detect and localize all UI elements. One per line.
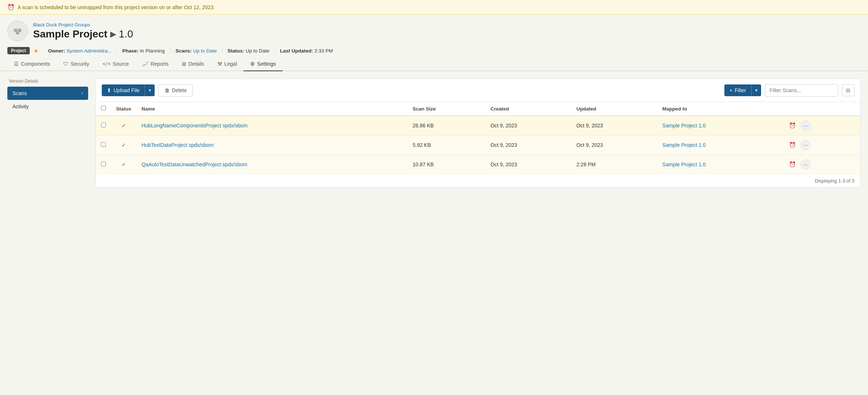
components-icon: ☰	[14, 61, 19, 67]
row-updated: 2:28 PM	[571, 155, 657, 174]
upload-file-group: ⬆ Upload File ▾	[102, 84, 155, 96]
row-scan-size: 5.92 KB	[407, 135, 485, 155]
sidebar-section-title: Version Details	[7, 79, 88, 84]
delete-icon: 🗑	[165, 87, 170, 93]
row-mapped-to: Sample Project 1.0	[657, 135, 782, 155]
row-checkbox-0[interactable]	[101, 123, 106, 127]
scan-name-link[interactable]: HubTestDataProject spdx/sbom	[141, 142, 213, 148]
scan-name-link[interactable]: HubLongNameComponentsProject spdx/sbom	[141, 123, 248, 128]
row-checkbox-cell	[96, 155, 111, 174]
col-created: Created	[485, 102, 571, 116]
row-status: ✓	[111, 135, 136, 155]
security-icon: 🛡	[63, 61, 68, 67]
banner-message: A scan is scheduled to be unmapped from …	[18, 4, 215, 10]
row-created: Oct 9, 2023	[485, 116, 571, 135]
tab-reports[interactable]: 📈 Reports	[136, 57, 175, 71]
delete-button[interactable]: 🗑 Delete	[158, 84, 193, 97]
breadcrumb[interactable]: Black Duck Project Groups	[33, 22, 133, 28]
chevron-down-icon: ▾	[149, 88, 151, 93]
row-scan-size: 26.86 KB	[407, 116, 485, 135]
project-avatar	[7, 21, 28, 41]
settings-icon: ⚙	[250, 61, 255, 67]
filter-scans-input[interactable]	[765, 84, 838, 97]
version-number: 1.0	[119, 28, 133, 40]
owner-field: Owner: System Administra...	[43, 48, 117, 54]
row-mapped-to: Sample Project 1.0	[657, 116, 782, 135]
row-actions-cell: ⏰ ···	[782, 116, 860, 135]
row-actions-cell: ⏰ ···	[782, 155, 860, 174]
phase-field: Phase: In Planning	[117, 48, 170, 54]
chevron-right-icon: ›	[82, 91, 83, 96]
scans-table: Status Name Scan Size Created Updated Ma…	[96, 102, 860, 174]
details-icon: ⊞	[182, 61, 186, 67]
phase-value: In Planning	[140, 48, 165, 54]
meta-bar: Project ★ Owner: System Administra... Ph…	[7, 44, 861, 57]
row-checkbox-cell	[96, 116, 111, 135]
row-actions-cell: ⏰ ···	[782, 135, 860, 155]
last-updated-field: Last Updated: 2:33 PM	[275, 48, 338, 54]
mapped-to-link[interactable]: Sample Project 1.0	[662, 162, 706, 167]
more-actions-button[interactable]: ···	[800, 140, 811, 150]
row-checkbox-2[interactable]	[101, 162, 106, 166]
row-status: ✓	[111, 155, 136, 174]
filter-chevron-icon: ▾	[755, 88, 757, 93]
upload-icon: ⬆	[107, 87, 111, 93]
favorite-star[interactable]: ★	[33, 47, 39, 54]
filter-settings-icon: ⊟	[846, 87, 850, 93]
row-name: QaAutoTestDataUnwatchedProject spdx/sbom	[136, 155, 407, 174]
title-arrow: ▶	[110, 30, 116, 39]
tab-bar: ☰ Components 🛡 Security </> Source 📈 Rep…	[0, 57, 868, 71]
upload-dropdown-button[interactable]: ▾	[145, 84, 155, 96]
mapped-to-link[interactable]: Sample Project 1.0	[662, 123, 706, 128]
more-actions-button[interactable]: ···	[800, 159, 811, 170]
alarm-action-button[interactable]: ⏰	[788, 141, 797, 149]
alarm-action-button[interactable]: ⏰	[788, 160, 797, 168]
row-name: HubTestDataProject spdx/sbom	[136, 135, 407, 155]
filter-settings-button[interactable]: ⊟	[842, 84, 854, 96]
svg-rect-2	[16, 31, 19, 35]
alarm-icon: ⏰	[7, 4, 15, 11]
tab-details[interactable]: ⊞ Details	[175, 57, 211, 71]
owner-link[interactable]: System Administra...	[66, 48, 112, 54]
select-all-checkbox[interactable]	[101, 106, 106, 110]
project-title: Sample Project ▶ 1.0	[33, 28, 133, 40]
col-name: Name	[136, 102, 407, 116]
filter-plus-icon: +	[730, 87, 732, 93]
col-scan-size: Scan Size	[407, 102, 485, 116]
scans-status-link[interactable]: Up to Date	[193, 48, 217, 54]
row-checkbox-1[interactable]	[101, 142, 106, 147]
project-name: Sample Project	[33, 28, 107, 40]
alarm-action-button[interactable]: ⏰	[788, 122, 797, 130]
filter-button[interactable]: + Filter	[724, 84, 751, 96]
page-header: Black Duck Project Groups Sample Project…	[0, 15, 868, 57]
table-row: ✓ HubTestDataProject spdx/sbom 5.92 KB O…	[96, 135, 860, 155]
more-actions-button[interactable]: ···	[800, 120, 811, 131]
sidebar-item-scans[interactable]: Scans ›	[7, 87, 88, 100]
upload-file-button[interactable]: ⬆ Upload File	[102, 84, 145, 96]
row-name: HubLongNameComponentsProject spdx/sbom	[136, 116, 407, 135]
filter-dropdown-button[interactable]: ▾	[751, 84, 761, 96]
row-updated: Oct 9, 2023	[571, 116, 657, 135]
row-mapped-to: Sample Project 1.0	[657, 155, 782, 174]
sidebar-activity-label: Activity	[12, 104, 29, 109]
table-row: ✓ HubLongNameComponentsProject spdx/sbom…	[96, 116, 860, 135]
tab-security[interactable]: 🛡 Security	[57, 57, 96, 71]
row-checkbox-cell	[96, 135, 111, 155]
status-check-icon: ✓	[122, 123, 126, 128]
tab-legal[interactable]: ⚒ Legal	[211, 57, 244, 71]
status-check-icon: ✓	[122, 142, 126, 148]
scans-table-wrap: Status Name Scan Size Created Updated Ma…	[96, 102, 860, 174]
scan-name-link[interactable]: QaAutoTestDataUnwatchedProject spdx/sbom	[141, 162, 247, 167]
tab-components[interactable]: ☰ Components	[7, 57, 57, 71]
tab-source[interactable]: </> Source	[96, 57, 136, 71]
warning-banner: ⏰ A scan is scheduled to be unmapped fro…	[0, 0, 868, 15]
row-created: Oct 9, 2023	[485, 135, 571, 155]
col-updated: Updated	[571, 102, 657, 116]
sidebar-item-activity[interactable]: Activity	[7, 100, 88, 113]
tab-settings[interactable]: ⚙ Settings	[244, 57, 282, 71]
col-status: Status	[111, 102, 136, 116]
col-mapped-to: Mapped to	[657, 102, 782, 116]
last-updated-value: 2:33 PM	[314, 48, 333, 54]
mapped-to-link[interactable]: Sample Project 1.0	[662, 142, 706, 148]
scans-toolbar: ⬆ Upload File ▾ 🗑 Delete + Filter ▾	[96, 79, 860, 102]
